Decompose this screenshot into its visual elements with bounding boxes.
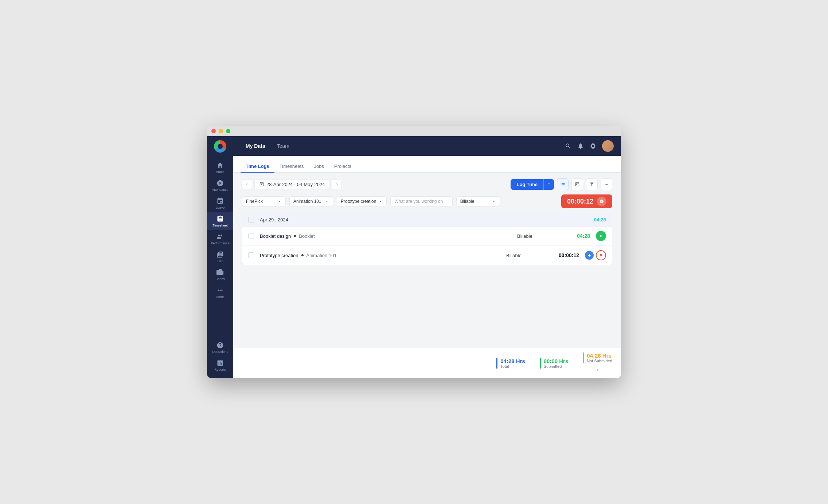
sidebar-lms-label: LMS [217, 259, 224, 263]
footer-chevron[interactable]: › [597, 366, 599, 374]
next-date-btn[interactable]: › [332, 179, 342, 189]
footer-stat-not-submitted: 04:28 Hrs Not Submitted › [583, 353, 612, 374]
gear-icon[interactable] [590, 143, 596, 149]
footer-total-border: 04:28 Hrs Total [496, 358, 525, 369]
attendance-icon [216, 180, 224, 187]
bell-icon[interactable] [577, 143, 584, 149]
table-row: Booklet design Booklet Billable 04:28 [242, 227, 612, 246]
date-range-label: 28-Apr-2024 - 04-May-2024 [266, 182, 325, 187]
operations-icon [216, 342, 224, 349]
add-btn-2[interactable]: + [585, 251, 594, 260]
app-body: Home Attendance Leave Timesheet Performa… [207, 136, 621, 378]
titlebar [207, 126, 621, 136]
close-button[interactable] [211, 129, 216, 133]
sidebar-item-lms[interactable]: LMS [207, 248, 233, 266]
more-icon [216, 287, 224, 294]
play-btn-1[interactable] [596, 231, 606, 241]
avatar[interactable] [602, 140, 614, 152]
chevron-down-icon [277, 199, 282, 204]
logo[interactable] [214, 140, 227, 153]
company-filter[interactable]: FinePick [242, 196, 286, 206]
footer-stat-total: 04:28 Hrs Total [496, 358, 525, 369]
log-time-button[interactable]: Log Time [511, 179, 543, 190]
sidebar-item-timesheet[interactable]: Timesheet [207, 212, 233, 230]
filter-btn[interactable] [586, 178, 598, 190]
app-window: Home Attendance Leave Timesheet Performa… [207, 126, 621, 378]
log-time-dropdown-btn[interactable] [543, 179, 554, 190]
lms-icon [216, 251, 224, 258]
play-icon [599, 234, 603, 238]
date-group-label: Apr 29 , 2024 [260, 217, 594, 223]
sidebar-performance-label: Performance [211, 241, 230, 245]
footer: 04:28 Hrs Total 00:00 Hrs Submitted 04:2… [233, 348, 621, 378]
main-area: My Data Team Time Logs Timesheets Jobs [233, 136, 621, 378]
row-title-1: Booklet design [260, 233, 291, 239]
tab-team[interactable]: Team [272, 141, 294, 151]
more-options-btn[interactable] [601, 178, 612, 190]
row-dot-2 [301, 254, 304, 256]
minimize-button[interactable] [219, 129, 223, 133]
row-billable-2: Billable [506, 253, 528, 258]
pause-btn-2[interactable] [596, 250, 606, 260]
row-checkbox-2[interactable] [248, 252, 254, 258]
sidebar-item-operations[interactable]: Operations [207, 339, 233, 357]
calendar-icon [259, 182, 264, 187]
sub-tabs-bar: Time Logs Timesheets Jobs Projects [233, 156, 621, 173]
active-timer: 00:00:12 [561, 194, 612, 208]
sidebar-item-leave[interactable]: Leave [207, 194, 233, 212]
footer-submitted-label: Submitted [544, 364, 569, 369]
chevron-down-icon [492, 199, 496, 204]
search-icon[interactable] [565, 143, 571, 149]
row-actions-1 [596, 231, 606, 241]
task-filter[interactable]: Prototype creation [337, 196, 387, 206]
maximize-button[interactable] [226, 129, 230, 133]
description-filter[interactable]: What are you working on [390, 196, 452, 206]
tab-my-data[interactable]: My Data [241, 141, 270, 151]
home-icon [216, 162, 224, 169]
sidebar-home-label: Home [216, 170, 224, 174]
task-filter-value: Prototype creation [341, 199, 376, 204]
content-area: ‹ 28-Apr-2024 - 04-May-2024 › Log Time [233, 173, 621, 348]
billable-filter[interactable]: Billable [456, 196, 500, 206]
top-nav-icons [565, 140, 614, 152]
cases-icon [216, 269, 224, 276]
tab-projects[interactable]: Projects [329, 161, 356, 173]
logo-circle [214, 140, 226, 153]
log-time-group: Log Time [511, 179, 554, 190]
timer-stop-btn[interactable] [597, 197, 606, 206]
date-group-checkbox[interactable] [248, 217, 254, 223]
chevron-down-icon [378, 199, 383, 204]
timesheet-icon [216, 215, 224, 223]
tab-timesheets[interactable]: Timesheets [274, 161, 309, 173]
more-options-icon [604, 182, 609, 187]
leave-icon [216, 197, 224, 205]
sidebar-more-label: More [216, 295, 224, 299]
footer-total-label: Total [500, 364, 525, 369]
list-view-btn[interactable] [557, 178, 569, 190]
date-display[interactable]: 28-Apr-2024 - 04-May-2024 [254, 180, 329, 189]
footer-submitted-border: 00:00 Hrs Submitted [540, 358, 569, 369]
sidebar-item-more[interactable]: More [207, 284, 233, 302]
performance-icon [216, 233, 224, 240]
footer-not-submitted-label: Not Submitted [587, 359, 612, 363]
sidebar-item-performance[interactable]: Performance [207, 230, 233, 248]
prev-date-btn[interactable]: ‹ [242, 179, 252, 189]
date-group-total: 04:28 [594, 217, 606, 223]
project-filter[interactable]: Animation 101 [289, 196, 333, 206]
chevron-down-icon [325, 199, 329, 204]
sidebar-item-cases[interactable]: Cases [207, 266, 233, 284]
tab-time-logs[interactable]: Time Logs [241, 161, 274, 173]
footer-not-submitted-value: 04:28 Hrs [587, 353, 612, 359]
logo-inner [218, 144, 223, 149]
row-project-2: Animation 101 [306, 253, 337, 258]
row-checkbox-1[interactable] [248, 233, 254, 239]
sidebar-attendance-label: Attendance [212, 188, 229, 192]
sidebar-item-reports[interactable]: Reports [207, 357, 233, 374]
calendar-view-btn[interactable] [571, 178, 583, 190]
date-nav: ‹ 28-Apr-2024 - 04-May-2024 › [242, 179, 342, 189]
calendar-view-icon [575, 182, 580, 187]
sidebar-item-attendance[interactable]: Attendance [207, 177, 233, 194]
sidebar-item-home[interactable]: Home [207, 159, 233, 177]
filter-row: FinePick Animation 101 Prototype creatio… [233, 194, 621, 213]
tab-jobs[interactable]: Jobs [309, 161, 329, 173]
